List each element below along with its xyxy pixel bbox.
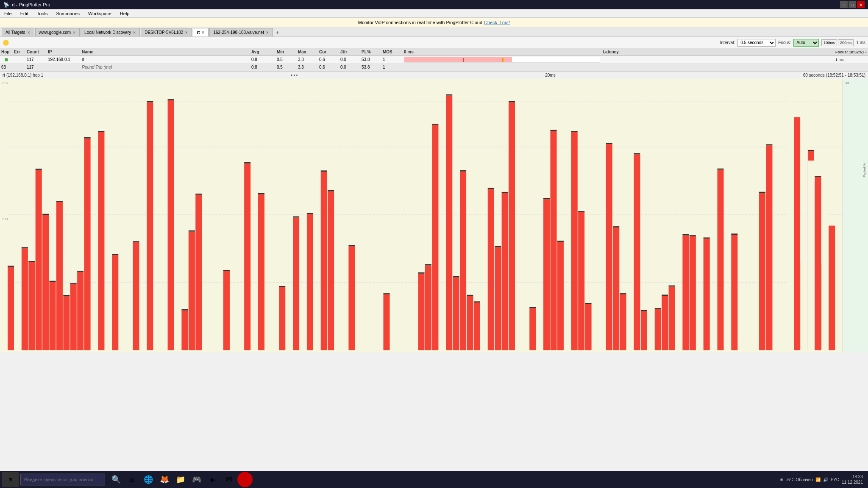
tab-rt-close[interactable]: ✕: [201, 30, 205, 35]
svg-rect-85: [509, 101, 515, 103]
col-mos[interactable]: MOS: [381, 50, 403, 54]
zoom-100ms-button[interactable]: 100ms: [821, 39, 837, 46]
app-icon: 📡: [3, 2, 9, 8]
svg-rect-140: [801, 139, 807, 350]
zoom-200ms-button[interactable]: 200ms: [838, 39, 854, 46]
col-name[interactable]: Name: [81, 50, 250, 54]
svg-rect-128: [766, 145, 772, 350]
svg-rect-6: [22, 248, 28, 350]
menu-edit[interactable]: Edit: [18, 10, 31, 17]
tab-google[interactable]: www.google.com ✕: [35, 28, 80, 36]
menu-workspace[interactable]: Workspace: [86, 10, 114, 17]
tab-all-targets-label: All Targets: [6, 30, 25, 35]
svg-rect-83: [502, 192, 508, 193]
svg-rect-25: [84, 137, 91, 139]
col-avg[interactable]: Avg: [250, 50, 275, 54]
svg-rect-8: [28, 262, 35, 350]
titlebar-controls: ─ □ ✕: [840, 1, 865, 8]
svg-rect-7: [22, 247, 28, 249]
svg-rect-53: [307, 213, 313, 214]
tab-rt[interactable]: rt ✕: [193, 28, 209, 36]
col-min[interactable]: Min: [275, 50, 297, 54]
tab-valve[interactable]: 162-254-198-103.valve.net ✕: [209, 28, 273, 36]
chart-zoom-value: 20ms: [545, 73, 555, 78]
table-row[interactable]: 117 192.168.0.1 rt 0.8 0.5 3.3 0.6 0.0 5…: [0, 56, 868, 64]
chart-area[interactable]: rt (192.168.0.1) hop 1 • • • 20ms 60 sec…: [0, 72, 868, 352]
svg-rect-71: [453, 276, 459, 277]
chart-bars[interactable]: [8, 79, 843, 350]
menu-summaries[interactable]: Summaries: [53, 10, 82, 17]
svg-rect-35: [168, 99, 174, 100]
summary-hop: 63: [0, 65, 13, 69]
svg-rect-10: [36, 170, 42, 350]
svg-rect-121: [704, 238, 710, 239]
interval-select[interactable]: 0.5 seconds 1 second 2 seconds 5 seconds: [737, 39, 776, 47]
svg-rect-95: [571, 131, 578, 132]
svg-rect-31: [133, 241, 139, 242]
svg-rect-144: [829, 226, 835, 350]
svg-rect-107: [634, 153, 640, 155]
maximize-button[interactable]: □: [849, 1, 856, 8]
cell-avg: 0.8: [250, 57, 275, 62]
tab-all-targets[interactable]: All Targets ✕: [2, 28, 34, 36]
tab-local-close[interactable]: ✕: [133, 30, 136, 35]
svg-rect-41: [195, 194, 202, 195]
tab-desktop[interactable]: DESKTOP-5V6L182 ✕: [141, 28, 192, 36]
svg-rect-63: [418, 272, 425, 274]
menu-help[interactable]: Help: [117, 10, 132, 17]
notification-link[interactable]: Check it out!: [484, 20, 510, 25]
tab-local[interactable]: Local Network Discovery ✕: [81, 28, 140, 36]
tab-valve-close[interactable]: ✕: [266, 30, 269, 35]
col-ip[interactable]: IP: [47, 50, 81, 54]
svg-rect-18: [63, 296, 70, 350]
col-latency-ms: 0 ms: [403, 50, 601, 54]
svg-rect-55: [321, 170, 327, 172]
svg-rect-49: [279, 286, 285, 287]
summary-pl: 53.8: [360, 65, 381, 69]
svg-rect-72: [460, 172, 466, 350]
svg-rect-97: [578, 211, 584, 212]
y-right-label-top: 30: [845, 81, 868, 85]
col-jttr[interactable]: Jttr: [339, 50, 360, 54]
chart-canvas[interactable]: 3.5 3.0 0 30 Packet % 0: [0, 79, 868, 352]
svg-rect-120: [704, 238, 710, 350]
col-count[interactable]: Count: [25, 50, 47, 54]
menubar: File Edit Tools Summaries Workspace Help: [0, 9, 868, 18]
summary-mos: 1: [381, 65, 403, 69]
svg-rect-86: [529, 308, 536, 350]
svg-rect-60: [384, 294, 390, 350]
svg-rect-116: [682, 235, 689, 350]
summary-jttr: 0.0: [339, 65, 360, 69]
svg-rect-93: [557, 241, 564, 242]
tab-local-label: Local Network Discovery: [84, 30, 131, 35]
cell-mos: 1: [381, 57, 403, 62]
close-button[interactable]: ✕: [857, 1, 865, 8]
svg-rect-102: [613, 227, 619, 350]
tab-google-close[interactable]: ✕: [72, 30, 76, 35]
svg-rect-104: [620, 294, 626, 350]
svg-rect-66: [432, 125, 438, 350]
tab-add-button[interactable]: +: [274, 29, 281, 36]
svg-rect-51: [293, 216, 299, 218]
tab-all-targets-close[interactable]: ✕: [27, 30, 31, 35]
col-pl[interactable]: PL%: [360, 50, 381, 54]
svg-rect-73: [460, 170, 466, 172]
svg-rect-143: [822, 204, 828, 350]
col-cur[interactable]: Cur: [318, 50, 339, 54]
svg-rect-78: [488, 189, 494, 350]
col-err[interactable]: Err: [13, 50, 25, 54]
svg-rect-56: [328, 191, 334, 350]
col-latency[interactable]: Latency: [601, 50, 635, 54]
svg-rect-69: [446, 94, 452, 96]
col-hop[interactable]: Hop: [0, 50, 13, 54]
tab-desktop-close[interactable]: ✕: [185, 30, 188, 35]
minimize-button[interactable]: ─: [840, 1, 848, 8]
summary-min: 0.5: [275, 65, 297, 69]
col-max[interactable]: Max: [297, 50, 318, 54]
chart-header: rt (192.168.0.1) hop 1 • • • 20ms 60 sec…: [0, 72, 868, 79]
focus-select[interactable]: Auto Manual: [793, 39, 819, 47]
menu-tools[interactable]: Tools: [34, 10, 50, 17]
menu-file[interactable]: File: [2, 10, 14, 17]
main-content: rt (192.168.0.1) hop 1 • • • 20ms 60 sec…: [0, 72, 868, 352]
svg-rect-52: [307, 214, 313, 350]
